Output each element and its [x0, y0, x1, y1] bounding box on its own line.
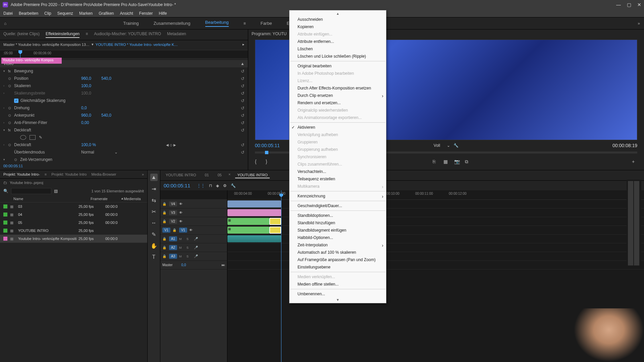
menu-item[interactable]: Aktivieren [289, 124, 386, 131]
tab-audio-mixer[interactable]: Audioclip-Mischer: YOUTUBE INTRO [94, 32, 161, 38]
prop-deckkraft2[interactable]: Deckkraft [14, 142, 81, 147]
project-item[interactable]: ▦0525,00 fps00:00:0 [0, 219, 147, 227]
track-select-tool[interactable]: ⇥ [150, 185, 158, 192]
position-x[interactable]: 960,0 [81, 76, 101, 81]
uniform-scale-checkbox[interactable]: ✓ [14, 99, 18, 103]
position-y[interactable]: 540,0 [101, 76, 121, 81]
reset-icon[interactable]: ↺ [241, 142, 245, 147]
prop-ueberblend[interactable]: Überblendmodus [14, 150, 81, 155]
ripple-edit-tool[interactable]: ⇆ [150, 196, 158, 204]
eye-icon[interactable]: 👁 [179, 202, 184, 206]
minimize-icon[interactable]: — [616, 2, 621, 7]
menu-item[interactable]: Löschen und Lücke schließen (Ripple) [289, 53, 386, 60]
clip-a1[interactable] [227, 235, 281, 242]
search-input[interactable] [11, 188, 51, 194]
timeline-tab-0[interactable]: YOUTUBE INTRO [164, 172, 198, 178]
close-icon[interactable]: ✕ [637, 2, 641, 7]
settings-icon[interactable]: ⚙ [223, 183, 227, 188]
slip-tool[interactable]: ↔ [150, 219, 158, 227]
panel-menu-icon[interactable]: ≡ [45, 172, 47, 176]
menu-item[interactable]: Medien offline stellen... [289, 281, 386, 288]
prop-ankerpunkt[interactable]: Ankerpunkt [14, 113, 81, 118]
tab-source[interactable]: Quelle: (keine Clips) [3, 32, 40, 38]
ueberblend-val[interactable]: Normal [81, 150, 94, 155]
deckkraft-val[interactable]: 100,0 % [81, 142, 101, 147]
menu-sequenz[interactable]: Sequenz [57, 11, 73, 16]
menu-grafiken[interactable]: Grafiken [99, 11, 114, 16]
menu-item[interactable]: Durch After Effects-Komposition ersetzen [289, 84, 386, 92]
reset-icon[interactable]: ↺ [241, 98, 245, 103]
clip-v4[interactable] [227, 200, 281, 207]
type-tool[interactable]: T [150, 253, 158, 261]
tab-project2[interactable]: Projekt: Youtube Intro [51, 172, 87, 176]
insert-icon[interactable]: ⎘ [433, 159, 438, 164]
skip-icon[interactable]: ⏭ [222, 263, 225, 267]
reset-icon[interactable]: ↺ [241, 69, 245, 74]
menu-item[interactable]: Löschen [289, 45, 386, 53]
overwrite-icon[interactable]: ▦ [443, 159, 449, 164]
project-item[interactable]: ▦Youtube Intro- verknüpfte Kompositi25,0… [0, 235, 147, 243]
track-v2[interactable]: V2 [169, 219, 177, 224]
scroll-down-icon[interactable]: ▼ [289, 298, 386, 302]
reset-icon[interactable]: ↺ [241, 106, 245, 111]
pen-tool[interactable]: ✎ [150, 231, 158, 238]
monitor-fit[interactable]: Voll [434, 143, 440, 148]
scroll-up-icon[interactable]: ▲ [289, 11, 386, 16]
search-icon[interactable]: 🔍 [3, 189, 8, 193]
clip-v1b-selected[interactable] [269, 227, 281, 234]
reset-icon[interactable]: ↺ [241, 91, 245, 96]
selection-tool[interactable]: ▲ [150, 174, 158, 181]
timeline-timecode[interactable]: 00:00:05:11 [164, 183, 190, 188]
maximize-icon[interactable]: ▢ [627, 2, 631, 7]
menu-item[interactable]: Standbild hinzufügen [289, 219, 386, 227]
menu-datei[interactable]: Datei [3, 11, 13, 16]
home-icon[interactable]: ⌂ [4, 21, 6, 26]
effect-timeline-ruler[interactable]: :05:00 00:00;06:00 Youtube Intro- verknü… [0, 50, 248, 59]
workspace-bearbeitung[interactable]: Bearbeitung [205, 20, 229, 27]
reset-icon[interactable]: ↺ [241, 120, 245, 125]
anker-y[interactable]: 540,0 [101, 113, 121, 118]
clip-v1a[interactable]: ▦ [227, 227, 269, 234]
mark-out-icon[interactable]: } [266, 159, 271, 164]
track-v4[interactable]: V4 [169, 201, 177, 206]
prop-drehung[interactable]: Drehung [14, 106, 81, 110]
mic-icon[interactable]: 🎤 [194, 237, 198, 241]
prop-skalieren[interactable]: Skalieren [14, 83, 81, 88]
timeline-tab-3[interactable]: YOUTUBE INTRO [235, 172, 269, 178]
reset-icon[interactable]: ↺ [241, 76, 245, 81]
menu-fenster[interactable]: Fenster [139, 11, 153, 16]
menu-item[interactable]: Standbildoptionen... [289, 212, 386, 219]
menu-item[interactable]: Kopieren [289, 23, 386, 31]
master-val[interactable]: 0,0 [181, 263, 186, 267]
mask-rect-icon[interactable] [30, 135, 36, 140]
monitor-tc-left[interactable]: 00:00:05:11 [255, 143, 280, 148]
linked-selection-icon[interactable]: ⊓ [209, 183, 212, 188]
reset-icon[interactable]: ↺ [241, 150, 245, 155]
track-v3[interactable]: V3 [169, 210, 177, 215]
project-item[interactable]: ▦0325,00 fps00:00:0 [0, 202, 147, 210]
menu-item[interactable]: Auf Framegröße anpassen (Pan und Zoom) [289, 256, 386, 263]
workspace-farbe[interactable]: Farbe [261, 21, 272, 26]
reset-icon[interactable]: ↺ [241, 113, 245, 118]
menu-item[interactable]: Original bearbeiten [289, 62, 386, 70]
workspace-zusammenstellung[interactable]: Zusammenstellung [154, 21, 191, 26]
menu-ansicht[interactable]: Ansicht [120, 11, 133, 16]
menu-item[interactable]: Standbildsegment einfügen [289, 227, 386, 234]
clip-v3[interactable] [227, 209, 281, 216]
track-a3[interactable]: A3 [169, 254, 177, 259]
menu-item[interactable]: Rendern und ersetzen... [289, 99, 386, 107]
timeline-tab-2[interactable]: 05 [216, 172, 224, 178]
menu-item[interactable]: Umbenennen... [289, 290, 386, 298]
header-name[interactable]: Name [13, 197, 91, 201]
timeline-tab-1[interactable]: 01 [203, 172, 211, 178]
clip-v2a[interactable]: ▦ [227, 218, 269, 225]
track-a1[interactable]: A1 [169, 236, 177, 241]
track-v1-source[interactable]: V1 [162, 228, 170, 233]
menu-item[interactable]: Halbbild-Optionen... [289, 234, 386, 241]
clip-v2b[interactable] [269, 218, 281, 225]
workspace-overflow-icon[interactable]: » [638, 21, 640, 26]
timeline-playhead[interactable] [281, 190, 281, 362]
menu-item[interactable]: Ausschneiden [289, 16, 386, 23]
skalieren-val[interactable]: 100,0 [81, 83, 101, 88]
track-a2[interactable]: A2 [169, 245, 177, 250]
